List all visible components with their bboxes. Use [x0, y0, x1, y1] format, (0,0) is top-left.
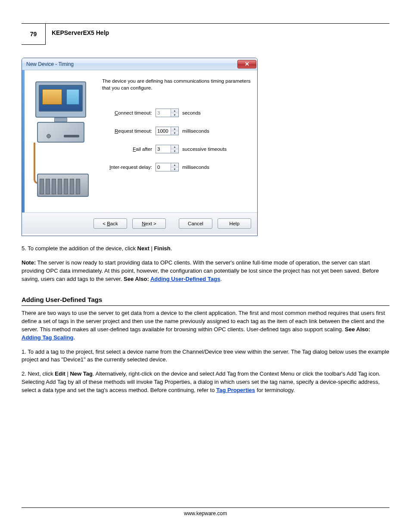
row-connect-timeout: Connect timeout: ▲▼ seconds [102, 109, 251, 117]
section-heading: Adding User-Defined Tags [22, 295, 389, 306]
chevron-up-icon[interactable]: ▲ [171, 109, 178, 113]
label-fail-after: Fail after [102, 146, 156, 152]
label-connect-timeout: Connect timeout: [102, 110, 156, 115]
chevron-up-icon[interactable]: ▲ [171, 163, 178, 168]
doc-header: 79 KEPServerEX5 Help [22, 23, 389, 45]
row-fail-after: Fail after ▲▼ successive timeouts [102, 145, 251, 153]
row-inter-request-delay: Inter-request delay: ▲▼ milliseconds [102, 163, 251, 171]
page-footer: www.kepware.com [22, 507, 389, 516]
chevron-down-icon[interactable]: ▼ [171, 168, 178, 171]
fail-after-input[interactable] [156, 145, 171, 153]
document-body: 5. To complete the addition of the devic… [22, 245, 389, 395]
spinner-buttons[interactable]: ▲▼ [171, 145, 178, 153]
note-paragraph: Note: The server is now ready to start p… [22, 259, 389, 283]
chevron-up-icon[interactable]: ▲ [171, 145, 178, 149]
unit-label: successive timeouts [179, 146, 227, 152]
wizard-graphic [25, 70, 100, 212]
next-button[interactable]: Next > [132, 218, 166, 229]
spinner-buttons[interactable]: ▲▼ [171, 127, 178, 135]
label-request-timeout: Request timeout: [102, 128, 156, 134]
inter-request-delay-input[interactable] [156, 163, 171, 171]
para-step1: 1. To add a tag to the project, first se… [22, 348, 389, 364]
cancel-button[interactable]: Cancel [179, 218, 212, 229]
label-inter-request-delay: Inter-request delay: [102, 165, 156, 170]
window-title: New Device - Timing [26, 61, 74, 67]
unit-label: seconds [179, 110, 201, 115]
chevron-down-icon[interactable]: ▼ [171, 113, 178, 117]
close-icon[interactable]: ✕ [237, 60, 256, 68]
chevron-down-icon[interactable]: ▼ [171, 131, 178, 135]
titlebar[interactable]: New Device - Timing ✕ [22, 58, 257, 70]
request-timeout-input[interactable] [156, 127, 171, 135]
footer-url: www.kepware.com [184, 510, 227, 516]
row-request-timeout: Request timeout: ▲▼ milliseconds [102, 127, 251, 135]
step-5: 5. To complete the addition of the devic… [22, 245, 389, 253]
help-button[interactable]: Help [218, 218, 251, 229]
chevron-up-icon[interactable]: ▲ [171, 127, 178, 131]
page-number: 79 [22, 23, 46, 45]
unit-label: milliseconds [179, 128, 209, 134]
spinner-buttons[interactable]: ▲▼ [171, 163, 178, 171]
doc-title: KEPServerEX5 Help [52, 29, 109, 36]
unit-label: milliseconds [179, 165, 209, 170]
spinner-buttons[interactable]: ▲▼ [171, 109, 178, 117]
intro-text: The device you are defining has communic… [102, 78, 251, 91]
link-tag-properties[interactable]: Tag Properties [216, 387, 255, 393]
dialog-new-device-timing: New Device - Timing ✕ [22, 58, 258, 236]
chevron-down-icon[interactable]: ▼ [171, 149, 178, 153]
para-step2: 2. Next, click Edit | New Tag. Alternati… [22, 370, 389, 395]
para-intro: There are two ways to use the server to … [22, 309, 389, 342]
link-adding-tag-scaling[interactable]: Adding Tag Scaling [22, 334, 73, 341]
connect-timeout-input[interactable] [156, 109, 171, 117]
back-button[interactable]: < Back [93, 218, 127, 229]
link-adding-user-defined-tags[interactable]: Adding User-Defined Tags [150, 276, 220, 282]
